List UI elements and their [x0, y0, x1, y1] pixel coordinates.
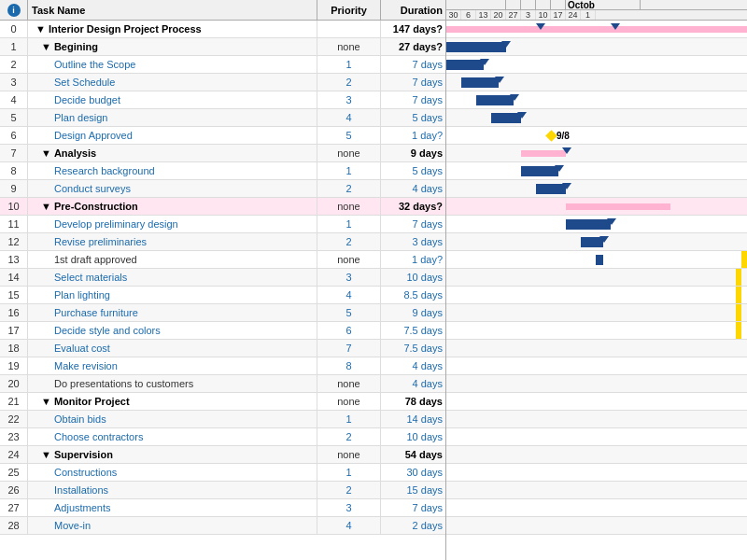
task-duration: 147 days?: [381, 21, 446, 37]
gantt-highlight: [741, 251, 747, 268]
month-cell: [536, 0, 551, 9]
task-name: Evaluat cost: [28, 340, 317, 357]
gantt-row: [446, 357, 747, 375]
task-priority: 2: [317, 180, 381, 197]
task-duration: 1 day?: [381, 127, 446, 144]
task-name: Conduct surveys: [28, 180, 317, 197]
arrow-down-icon: [517, 112, 527, 119]
task-name: Make revision: [28, 357, 317, 374]
table-row[interactable]: 28 Move-in 4 2 days: [0, 517, 445, 535]
gantt-row: [446, 233, 747, 251]
table-row[interactable]: 16 Purchase furniture 5 9 days: [0, 304, 445, 322]
task-priority: 4: [317, 287, 381, 303]
task-duration: 7 days: [381, 216, 446, 232]
gantt-row: [446, 287, 747, 304]
task-name: ▼Interior Design Project Process: [28, 21, 317, 37]
task-name: 1st draft approved: [28, 251, 317, 268]
table-row[interactable]: 23 Choose contractors 2 10 days: [0, 428, 445, 446]
gantt-row: [446, 74, 747, 91]
table-header: i Task Name Priority Duration: [0, 0, 445, 21]
task-priority: none: [317, 145, 381, 161]
gantt-row: [446, 21, 747, 38]
row-number: 0: [0, 21, 28, 37]
table-row[interactable]: 11 Develop preliminary design 1 7 days: [0, 216, 445, 233]
table-row[interactable]: 19 Make revision 8 4 days: [0, 357, 445, 375]
table-row[interactable]: 21 ▼Monitor Project none 78 days: [0, 393, 445, 411]
task-priority: 2: [317, 233, 381, 250]
gantt-row: 9/8: [446, 127, 747, 145]
gantt-row: [446, 216, 747, 233]
task-name: Decide style and colors: [28, 322, 317, 339]
table-row[interactable]: 12 Revise preliminaries 2 3 days: [0, 233, 445, 251]
table-row[interactable]: 14 Select materials 3 10 days: [0, 269, 445, 287]
task-name: Research background: [28, 162, 317, 179]
table-row[interactable]: 24 ▼Supervision none 54 days: [0, 446, 445, 464]
priority-header: Priority: [317, 0, 381, 20]
table-row[interactable]: 5 Plan design 4 5 days: [0, 109, 445, 127]
table-row[interactable]: 27 Adjustments 3 7 days: [0, 499, 445, 517]
table-row[interactable]: 22 Obtain bids 1 14 days: [0, 411, 445, 428]
table-row[interactable]: 10 ▼Pre-Construction none 32 days?: [0, 198, 445, 216]
task-priority: 4: [317, 517, 381, 534]
table-row[interactable]: 2 Outline the Scope 1 7 days: [0, 56, 445, 74]
gantt-highlight: [736, 304, 741, 321]
gantt-row: [446, 269, 747, 287]
day-cell: 20: [491, 10, 506, 20]
month-cell: [446, 0, 506, 9]
task-duration: 7.5 days: [381, 340, 446, 357]
month-cell: [551, 0, 566, 9]
table-row[interactable]: 0 ▼Interior Design Project Process 147 d…: [0, 21, 445, 38]
gantt-row: [446, 251, 747, 269]
gantt-row: [446, 56, 747, 74]
table-row[interactable]: 17 Decide style and colors 6 7.5 days: [0, 322, 445, 340]
gantt-bar: [446, 42, 506, 52]
task-priority: [317, 21, 381, 37]
day-cell: 17: [551, 10, 566, 20]
gantt-row: [446, 91, 747, 109]
task-priority: 3: [317, 269, 381, 286]
table-row[interactable]: 25 Constructions 1 30 days: [0, 464, 445, 482]
gantt-row: [446, 446, 747, 464]
row-number: 15: [0, 287, 28, 303]
task-priority: 7: [317, 340, 381, 357]
table-row[interactable]: 13 1st draft approved none 1 day?: [0, 251, 445, 269]
table-row[interactable]: 15 Plan lighting 4 8.5 days: [0, 287, 445, 304]
gantt-row: [446, 304, 747, 322]
task-priority: 8: [317, 357, 381, 374]
task-priority: 1: [317, 411, 381, 427]
table-row[interactable]: 8 Research background 1 5 days: [0, 162, 445, 180]
row-number: 27: [0, 499, 28, 516]
row-number: 28: [0, 517, 28, 534]
table-row[interactable]: 6 Design Approved 5 1 day?: [0, 127, 445, 145]
day-cell: 10: [536, 10, 551, 20]
task-priority: 3: [317, 499, 381, 516]
task-duration: 1 day?: [381, 251, 446, 268]
gantt-bar: [566, 219, 611, 230]
table-row[interactable]: 20 Do presentations to customers none 4 …: [0, 375, 445, 393]
table-row[interactable]: 3 Set Schedule 2 7 days: [0, 74, 445, 91]
table-row[interactable]: 1 ▼Begining none 27 days?: [0, 38, 445, 56]
table-row[interactable]: 18 Evaluat cost 7 7.5 days: [0, 340, 445, 357]
row-number: 20: [0, 375, 28, 392]
task-name: Design Approved: [28, 127, 317, 144]
row-number: 17: [0, 322, 28, 339]
info-icon: i: [7, 4, 21, 17]
task-priority: 2: [317, 482, 381, 498]
task-duration: 15 days: [381, 482, 446, 498]
gantt-highlight: [736, 287, 741, 303]
row-number: 13: [0, 251, 28, 268]
arrow-down-icon: [599, 236, 609, 243]
task-priority: none: [317, 393, 381, 410]
table-row[interactable]: 26 Installations 2 15 days: [0, 482, 445, 499]
gantt-bar: [521, 166, 558, 176]
month-cell: [506, 0, 521, 9]
gantt-row: [446, 517, 747, 535]
table-row[interactable]: 7 ▼Analysis none 9 days: [0, 145, 445, 162]
task-name: Adjustments: [28, 499, 317, 516]
task-duration: 7.5 days: [381, 322, 446, 339]
day-cell: 24: [566, 10, 581, 20]
table-row[interactable]: 9 Conduct surveys 2 4 days: [0, 180, 445, 198]
month-cell: [521, 0, 536, 9]
task-duration: 10 days: [381, 269, 446, 286]
table-row[interactable]: 4 Decide budget 3 7 days: [0, 91, 445, 109]
